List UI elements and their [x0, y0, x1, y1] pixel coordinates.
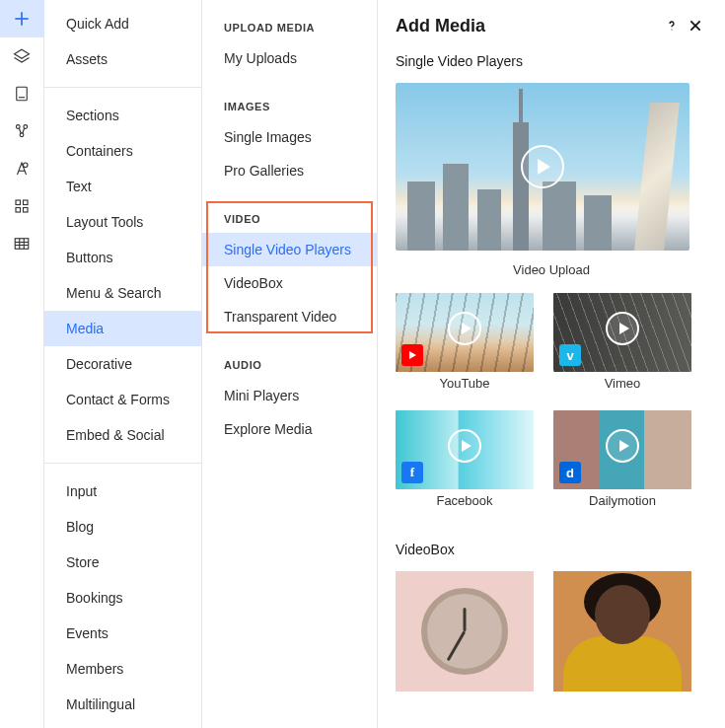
- sub-single-video-players[interactable]: Single Video Players: [202, 233, 377, 266]
- svg-point-6: [24, 125, 28, 129]
- thumb-video-upload[interactable]: [396, 83, 689, 251]
- provider-cell-youtube: YouTube: [396, 293, 534, 406]
- hero-bg: [477, 189, 501, 251]
- videobox-grid: [378, 571, 725, 692]
- category-column: Quick Add Assets Sections Containers Tex…: [44, 0, 202, 728]
- sub-heading-upload: UPLOAD MEDIA: [202, 10, 377, 41]
- help-button[interactable]: [660, 14, 684, 37]
- sub-single-images[interactable]: Single Images: [202, 120, 377, 154]
- sub-heading-images: IMAGES: [202, 89, 377, 120]
- portrait-torso: [563, 636, 682, 692]
- rail-data[interactable]: [0, 112, 44, 150]
- svg-rect-13: [16, 208, 21, 213]
- divider: [44, 463, 201, 464]
- thumb-videobox-clock[interactable]: [396, 571, 534, 692]
- cat-bookings[interactable]: Bookings: [44, 580, 201, 616]
- clock-icon: [421, 588, 508, 675]
- rail-layers[interactable]: [0, 37, 44, 75]
- rail-add[interactable]: [0, 0, 44, 37]
- subcategory-column: UPLOAD MEDIA My Uploads IMAGES Single Im…: [202, 0, 378, 728]
- hero-bg: [513, 122, 529, 251]
- svg-rect-3: [17, 87, 28, 101]
- pages-icon: [13, 85, 31, 103]
- thumb-vimeo[interactable]: v: [553, 293, 691, 372]
- sub-pro-galleries[interactable]: Pro Galleries: [202, 154, 377, 187]
- rail-theme[interactable]: [0, 150, 44, 187]
- svg-marker-2: [15, 49, 30, 58]
- svg-rect-11: [16, 200, 21, 205]
- cat-decorative[interactable]: Decorative: [44, 346, 201, 382]
- cat-embed-social[interactable]: Embed & Social: [44, 417, 201, 453]
- play-icon: [521, 145, 564, 188]
- youtube-icon: [401, 344, 423, 366]
- play-icon: [606, 312, 639, 345]
- sub-group-video: VIDEO Single Video Players VideoBox Tran…: [202, 201, 377, 333]
- apps-icon: [13, 197, 31, 215]
- svg-rect-15: [15, 239, 29, 250]
- clock-hand: [464, 608, 467, 631]
- svg-rect-12: [24, 200, 29, 205]
- cat-contact-forms[interactable]: Contact & Forms: [44, 382, 201, 417]
- sub-videobox[interactable]: VideoBox: [202, 266, 377, 300]
- thumb-youtube[interactable]: [396, 293, 534, 372]
- cat-quick-add[interactable]: Quick Add: [44, 6, 201, 41]
- close-icon: [688, 18, 703, 34]
- cat-layout-tools[interactable]: Layout Tools: [44, 204, 201, 240]
- provider-cell-facebook: f Facebook: [396, 410, 534, 524]
- cat-input[interactable]: Input: [44, 473, 201, 509]
- svg-line-9: [23, 128, 25, 133]
- rail-apps[interactable]: [0, 187, 44, 225]
- table-icon: [13, 235, 31, 253]
- cat-menu-search[interactable]: Menu & Search: [44, 275, 201, 311]
- dailymotion-icon: d: [559, 462, 581, 483]
- svg-point-20: [671, 29, 672, 30]
- vimeo-icon: v: [559, 344, 581, 366]
- sub-mini-players[interactable]: Mini Players: [202, 379, 377, 412]
- cat-members[interactable]: Members: [44, 651, 201, 687]
- cat-containers[interactable]: Containers: [44, 133, 201, 169]
- caption-facebook: Facebook: [396, 489, 534, 524]
- hero-bg: [584, 195, 612, 251]
- layers-icon: [13, 47, 31, 65]
- provider-grid: YouTube v Vimeo f Facebook d Dailymotion: [378, 293, 725, 524]
- play-icon: [606, 429, 639, 463]
- help-icon: [664, 18, 680, 34]
- sub-group-images: IMAGES Single Images Pro Galleries: [202, 89, 377, 187]
- svg-point-7: [20, 133, 24, 137]
- cat-assets[interactable]: Assets: [44, 41, 201, 77]
- provider-cell-vimeo: v Vimeo: [553, 293, 691, 406]
- sub-group-upload: UPLOAD MEDIA My Uploads: [202, 10, 377, 75]
- rail-pages[interactable]: [0, 75, 44, 112]
- sub-explore-media[interactable]: Explore Media: [202, 412, 377, 446]
- cat-media[interactable]: Media: [44, 311, 201, 346]
- sub-my-uploads[interactable]: My Uploads: [202, 41, 377, 75]
- hero-bg: [407, 182, 435, 251]
- svg-line-8: [19, 128, 21, 133]
- sub-group-audio: AUDIO Mini Players Explore Media: [202, 347, 377, 446]
- cat-multilingual[interactable]: Multilingual: [44, 687, 201, 722]
- cat-store[interactable]: Store: [44, 545, 201, 580]
- cat-events[interactable]: Events: [44, 616, 201, 651]
- thumb-dailymotion[interactable]: d: [553, 410, 691, 489]
- hero-bg: [543, 182, 576, 251]
- rail-table[interactable]: [0, 225, 44, 262]
- svg-rect-14: [24, 208, 29, 213]
- page-title: Add Media: [396, 16, 660, 36]
- main-column: Add Media Single Video Players Video Upl…: [378, 0, 725, 728]
- cat-text[interactable]: Text: [44, 169, 201, 204]
- cat-buttons[interactable]: Buttons: [44, 240, 201, 275]
- play-icon: [448, 429, 481, 463]
- provider-cell-dailymotion: d Dailymotion: [553, 410, 691, 524]
- sub-heading-video: VIDEO: [202, 201, 377, 233]
- close-button[interactable]: [684, 14, 707, 37]
- sub-transparent-video[interactable]: Transparent Video: [202, 300, 377, 333]
- svg-point-5: [16, 125, 20, 129]
- section-single-video-players: Single Video Players: [378, 47, 725, 83]
- thumb-facebook[interactable]: f: [396, 410, 534, 489]
- thumb-videobox-portrait[interactable]: [553, 571, 691, 692]
- icon-rail: [0, 0, 44, 728]
- play-icon: [448, 312, 481, 345]
- caption-vimeo: Vimeo: [553, 372, 691, 406]
- cat-blog[interactable]: Blog: [44, 509, 201, 545]
- cat-sections[interactable]: Sections: [44, 98, 201, 133]
